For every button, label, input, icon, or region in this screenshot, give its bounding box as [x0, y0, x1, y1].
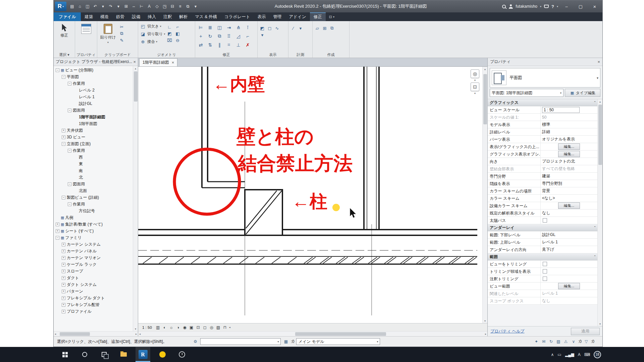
tree-item[interactable]: −作業用 — [54, 147, 133, 154]
property-value[interactable]: オリジナルを表示 — [541, 136, 597, 143]
tablet-icon[interactable]: ▭ — [557, 352, 561, 357]
wall-joins-icon[interactable]: ∟ — [166, 24, 173, 30]
redo-caret-icon[interactable]: ▾ — [115, 3, 122, 10]
edit-button[interactable]: 編集... — [558, 143, 580, 150]
tree-item[interactable]: 1階平面図 — [54, 120, 133, 127]
checkbox[interactable] — [543, 218, 547, 223]
temporary-hide-isolate-icon[interactable]: ◻ — [202, 324, 208, 330]
ribbon-tab-annotate[interactable]: 注釈 — [160, 12, 175, 21]
show-constraints-icon[interactable]: ⊓ — [222, 324, 228, 330]
tree-item[interactable]: −平面図 — [54, 73, 133, 80]
tree-item[interactable]: 西 — [54, 154, 133, 161]
thin-lines-icon[interactable]: ≡ — [176, 3, 184, 10]
collapse-icon[interactable]: ˆ — [594, 226, 595, 230]
tree-item[interactable]: +3D ビュー — [54, 134, 133, 140]
editing-requests-icon[interactable]: ✉ — [541, 339, 547, 345]
expander-icon[interactable]: − — [62, 142, 65, 146]
exclude-options-icon[interactable]: ∨ — [571, 339, 577, 345]
view-tab[interactable]: 1階平面詳細図 × — [139, 58, 177, 66]
rotate-icon[interactable]: ↻ — [206, 32, 214, 40]
zoom-box-icon[interactable]: ⊡ — [471, 82, 479, 91]
ribbon-tab-analyze[interactable]: 解析 — [175, 12, 191, 21]
file-explorer-button[interactable] — [116, 347, 131, 362]
tree-item[interactable]: 東 — [54, 161, 133, 167]
project-browser-header[interactable]: プロジェクト ブラウザ - 包絡処理Exerci... × — [54, 58, 138, 66]
tree-item[interactable]: レベル 1 — [54, 94, 133, 100]
hide-elements-icon[interactable]: ◻ — [266, 25, 273, 31]
property-value[interactable] — [541, 275, 597, 282]
expander-icon[interactable]: + — [62, 256, 65, 260]
crop-view-icon[interactable]: ▣ — [189, 324, 195, 330]
qat-customize-caret-icon[interactable]: ▾ — [192, 3, 199, 10]
open-icon[interactable]: ⌂ — [76, 3, 84, 10]
value-combo[interactable]: 1 : 50 — [542, 107, 580, 113]
tree-item[interactable]: +フレキシブル配管 — [54, 301, 133, 308]
navbar-caret-icon[interactable]: ▾ — [474, 79, 476, 82]
property-value[interactable]: 建築 — [541, 173, 597, 180]
worksharing-display-icon[interactable]: ✦ — [533, 339, 539, 345]
property-value[interactable]: 詳細 — [541, 128, 597, 135]
user-icon[interactable] — [508, 4, 513, 9]
tree-item[interactable]: −製図ビュー (詳細) — [54, 194, 133, 201]
redo-icon[interactable]: ↷ — [107, 3, 114, 10]
ribbon-tab-massing-site[interactable]: マス & 外構 — [191, 12, 221, 21]
tree-item[interactable]: +カーテン パネル — [54, 248, 133, 254]
align-icon[interactable]: ⊨ — [197, 23, 205, 31]
copy-icon[interactable]: ⧉ — [215, 32, 224, 40]
property-value[interactable]: なし — [541, 209, 597, 217]
ribbon-tab-modify[interactable]: 修正 — [310, 12, 326, 21]
properties-vscrollbar[interactable]: ▴ ▾ — [597, 99, 602, 326]
property-value[interactable] — [541, 217, 597, 224]
tree-item[interactable]: +ダクト システム — [54, 281, 133, 288]
tree-item[interactable]: 北面 — [54, 187, 133, 194]
property-value[interactable]: <なし> — [541, 195, 597, 202]
property-value[interactable]: レベル 1 — [541, 290, 597, 297]
expander-icon[interactable]: − — [68, 182, 71, 186]
property-value[interactable]: 1 : 50 — [541, 106, 597, 113]
background-processes-icon[interactable]: ↻ — [548, 339, 554, 345]
modify-tool-button[interactable]: 修正 — [55, 22, 73, 38]
notification-badge[interactable]: 18 — [594, 351, 601, 358]
3d-view-icon[interactable]: ◳ — [161, 3, 168, 10]
tree-item[interactable]: レベル 2 — [54, 87, 133, 94]
ribbon-tab-structure[interactable]: 構造 — [97, 12, 112, 21]
scroll-thumb[interactable] — [483, 74, 487, 124]
app-store-icon[interactable] — [544, 5, 549, 8]
ribbon-tab-manage[interactable]: 管理 — [270, 12, 285, 21]
tree-item[interactable]: +ケーブル ラック — [54, 261, 133, 268]
tree-item[interactable]: 1階平面詳細図 — [54, 114, 133, 120]
save-icon[interactable]: ◫ — [84, 3, 91, 10]
shadows-icon[interactable]: ◑ — [175, 324, 181, 330]
minimize-button[interactable]: – — [561, 2, 572, 11]
temporary-view-properties-icon[interactable]: ▧ — [215, 324, 221, 330]
remove-paint-icon[interactable]: ⌧ — [166, 37, 173, 43]
scroll-thumb[interactable] — [295, 332, 386, 336]
instance-selector[interactable]: 平面図: 1階平面詳細図 ▾ — [490, 89, 564, 97]
cope-button[interactable]: ◰切欠き▾ — [140, 22, 165, 30]
aligned-dimension-icon[interactable]: ⊢ — [138, 3, 145, 10]
tree-item[interactable]: −作業用 — [54, 80, 133, 87]
expander-icon[interactable]: + — [62, 276, 65, 280]
help-icon[interactable]: ? — [551, 4, 554, 9]
user-menu-caret-icon[interactable]: ▾ — [540, 5, 541, 8]
expander-icon[interactable]: − — [68, 202, 71, 206]
checkbox[interactable] — [543, 262, 547, 266]
show-crop-region-icon[interactable]: ⊡ — [195, 324, 201, 330]
expander-icon[interactable]: + — [56, 229, 59, 233]
property-value[interactable]: 背景 — [541, 187, 597, 194]
edit-button[interactable]: 編集... — [558, 202, 580, 209]
property-value[interactable]: 編集... — [541, 150, 597, 158]
copy-to-clipboard-icon[interactable]: ⧉ — [118, 31, 125, 37]
array-radial-icon[interactable]: ⌗ — [225, 41, 233, 49]
trim-extend-corner-icon[interactable]: ⌐ — [244, 32, 252, 40]
cut-geometry-button[interactable]: ◪切り取り▾ — [140, 30, 165, 38]
expander-icon[interactable]: + — [62, 310, 65, 313]
expander-icon[interactable]: + — [62, 243, 65, 246]
project-browser-vscrollbar[interactable]: ▴ ▾ — [133, 66, 138, 331]
visual-style-icon[interactable]: ◐ — [162, 324, 168, 330]
tag-icon[interactable]: ◇ — [153, 3, 161, 10]
filter-icon[interactable]: ▽ — [583, 339, 589, 345]
close-button[interactable]: × — [589, 2, 600, 11]
tree-item[interactable]: +▦集計表/数量 (すべて) — [54, 221, 133, 228]
plan-view-canvas[interactable]: ←内壁 壁と柱の 結合禁止方法 ←柱 — [138, 67, 482, 323]
